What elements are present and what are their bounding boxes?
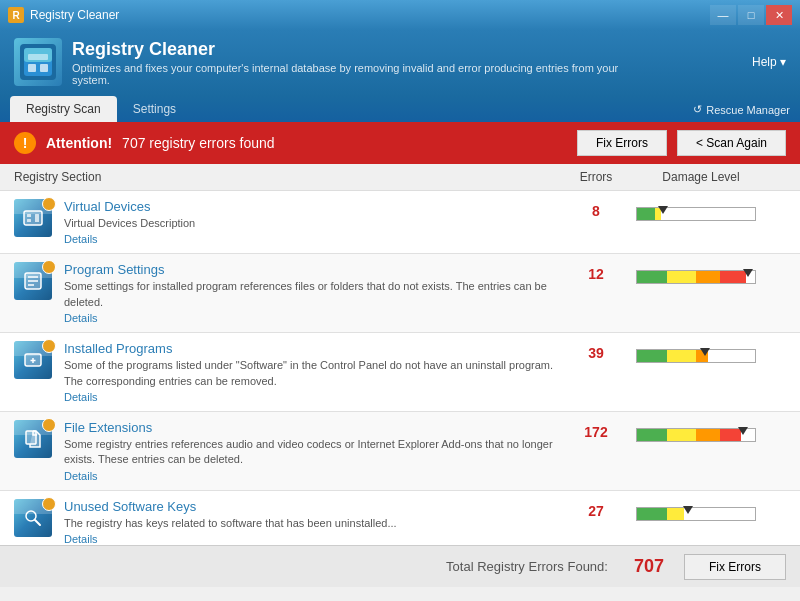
title-bar-left: R Registry Cleaner (8, 7, 119, 23)
item-icon (14, 262, 54, 302)
item-title[interactable]: Unused Software Keys (64, 499, 556, 514)
damage-meter (636, 270, 756, 284)
rescue-manager-button[interactable]: ↺ Rescue Manager (693, 103, 790, 122)
item-damage (636, 499, 786, 521)
damage-meter (636, 428, 756, 442)
item-damage (636, 199, 786, 221)
item-badge (42, 339, 56, 353)
table-row: Virtual Devices Virtual Devices Descript… (0, 191, 800, 254)
item-icon (14, 499, 54, 539)
item-details-link[interactable]: Details (64, 533, 556, 545)
item-icon (14, 420, 54, 460)
item-badge (42, 418, 56, 432)
item-errors: 12 (556, 262, 636, 282)
item-desc: Some registry entries references audio a… (64, 437, 556, 468)
title-bar-controls: — □ ✕ (710, 5, 792, 25)
item-badge (42, 197, 56, 211)
table-row: File Extensions Some registry entries re… (0, 412, 800, 491)
item-errors: 172 (556, 420, 636, 440)
svg-rect-11 (35, 214, 39, 222)
rescue-manager-label: Rescue Manager (706, 104, 790, 116)
app-header: Registry Cleaner Optimizes and fixes you… (0, 30, 800, 96)
item-badge (42, 260, 56, 274)
item-title[interactable]: Virtual Devices (64, 199, 556, 214)
tabs-left: Registry Scan Settings (10, 96, 192, 122)
footer-fix-errors-button[interactable]: Fix Errors (684, 554, 786, 580)
svg-rect-5 (28, 64, 36, 72)
item-details-link[interactable]: Details (64, 233, 556, 245)
item-content: Installed Programs Some of the programs … (64, 341, 556, 403)
item-damage (636, 341, 786, 363)
item-damage (636, 262, 786, 284)
item-desc: The registry has keys related to softwar… (64, 516, 556, 531)
item-content: Virtual Devices Virtual Devices Descript… (64, 199, 556, 245)
close-button[interactable]: ✕ (766, 5, 792, 25)
help-button[interactable]: Help ▾ (752, 55, 786, 69)
item-errors: 8 (556, 199, 636, 219)
svg-line-21 (35, 520, 40, 525)
item-desc: Some settings for installed program refe… (64, 279, 556, 310)
title-bar: R Registry Cleaner — □ ✕ (0, 0, 800, 30)
tab-registry-scan[interactable]: Registry Scan (10, 96, 117, 122)
app-header-left: Registry Cleaner Optimizes and fixes you… (14, 38, 632, 86)
table-row: Installed Programs Some of the programs … (0, 333, 800, 412)
damage-meter (636, 349, 756, 363)
item-details-link[interactable]: Details (64, 312, 556, 324)
app-icon: R (8, 7, 24, 23)
tabs-bar: Registry Scan Settings ↺ Rescue Manager (0, 96, 800, 122)
item-details-link[interactable]: Details (64, 470, 556, 482)
svg-rect-7 (28, 54, 48, 60)
damage-meter (636, 507, 756, 521)
attention-label: Attention! (46, 135, 112, 151)
damage-meter (636, 207, 756, 221)
scan-again-button[interactable]: < Scan Again (677, 130, 786, 156)
registry-list[interactable]: Virtual Devices Virtual Devices Descript… (0, 191, 800, 545)
svg-text:R: R (12, 10, 20, 21)
item-icon (14, 341, 54, 381)
tab-settings[interactable]: Settings (117, 96, 192, 122)
item-content: File Extensions Some registry entries re… (64, 420, 556, 482)
table-header: Registry Section Errors Damage Level (0, 164, 800, 191)
maximize-button[interactable]: □ (738, 5, 764, 25)
footer-label: Total Registry Errors Found: (446, 559, 608, 574)
item-details-link[interactable]: Details (64, 391, 556, 403)
table-row: Program Settings Some settings for insta… (0, 254, 800, 333)
footer-count: 707 (634, 556, 664, 577)
item-desc: Some of the programs listed under "Softw… (64, 358, 556, 389)
col-header-errors: Errors (556, 170, 636, 184)
item-title[interactable]: File Extensions (64, 420, 556, 435)
app-title: Registry Cleaner (72, 39, 632, 60)
app-logo (14, 38, 62, 86)
attention-icon: ! (14, 132, 36, 154)
col-header-damage: Damage Level (636, 170, 786, 184)
attention-message: 707 registry errors found (122, 135, 567, 151)
item-title[interactable]: Program Settings (64, 262, 556, 277)
item-icon (14, 199, 54, 239)
attention-bar: ! Attention! 707 registry errors found F… (0, 122, 800, 164)
item-damage (636, 420, 786, 442)
item-errors: 39 (556, 341, 636, 361)
rescue-icon: ↺ (693, 103, 702, 116)
minimize-button[interactable]: — (710, 5, 736, 25)
item-desc: Virtual Devices Description (64, 216, 556, 231)
svg-rect-9 (27, 214, 31, 217)
fix-errors-button[interactable]: Fix Errors (577, 130, 667, 156)
app-title-block: Registry Cleaner Optimizes and fixes you… (72, 39, 632, 86)
item-title[interactable]: Installed Programs (64, 341, 556, 356)
svg-rect-10 (27, 219, 31, 222)
item-errors: 27 (556, 499, 636, 519)
svg-rect-6 (40, 64, 48, 72)
table-row: Unused Software Keys The registry has ke… (0, 491, 800, 545)
app-subtitle: Optimizes and fixes your computer's inte… (72, 62, 632, 86)
item-content: Program Settings Some settings for insta… (64, 262, 556, 324)
footer: Total Registry Errors Found: 707 Fix Err… (0, 545, 800, 587)
item-content: Unused Software Keys The registry has ke… (64, 499, 556, 545)
main-content: ! Attention! 707 registry errors found F… (0, 122, 800, 587)
col-header-section: Registry Section (14, 170, 556, 184)
svg-rect-8 (24, 211, 42, 225)
title-bar-text: Registry Cleaner (30, 8, 119, 22)
item-badge (42, 497, 56, 511)
